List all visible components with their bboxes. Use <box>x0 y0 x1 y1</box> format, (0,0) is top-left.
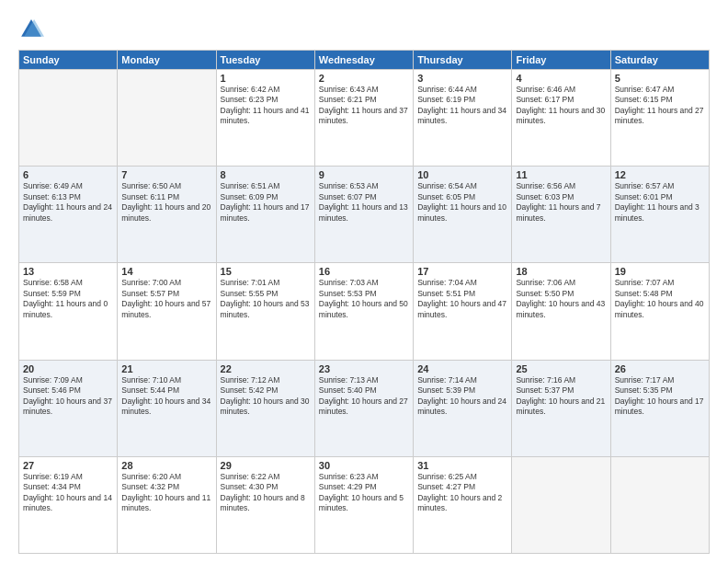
day-number: 14 <box>121 266 211 277</box>
day-number: 22 <box>221 363 311 374</box>
day-cell: 24Sunrise: 7:14 AM Sunset: 5:39 PM Dayli… <box>414 360 512 456</box>
day-number: 7 <box>121 169 211 180</box>
calendar-header-row: SundayMondayTuesdayWednesdayThursdayFrid… <box>19 51 710 70</box>
day-number: 21 <box>121 363 211 374</box>
day-cell: 12Sunrise: 6:57 AM Sunset: 6:01 PM Dayli… <box>610 167 709 263</box>
day-header-wednesday: Wednesday <box>314 51 413 70</box>
day-info: Sunrise: 7:13 AM Sunset: 5:40 PM Dayligh… <box>319 375 409 418</box>
day-info: Sunrise: 7:12 AM Sunset: 5:42 PM Dayligh… <box>221 375 311 418</box>
day-cell: 17Sunrise: 7:04 AM Sunset: 5:51 PM Dayli… <box>414 263 512 360</box>
day-info: Sunrise: 6:54 AM Sunset: 6:05 PM Dayligh… <box>417 181 507 224</box>
day-number: 15 <box>221 266 311 277</box>
day-info: Sunrise: 6:57 AM Sunset: 6:01 PM Dayligh… <box>615 181 705 224</box>
day-number: 6 <box>23 169 113 180</box>
day-info: Sunrise: 7:14 AM Sunset: 5:39 PM Dayligh… <box>417 375 507 418</box>
day-number: 3 <box>417 73 507 84</box>
day-cell: 19Sunrise: 7:07 AM Sunset: 5:48 PM Dayli… <box>610 263 709 360</box>
day-number: 17 <box>417 266 507 277</box>
day-number: 27 <box>23 460 113 471</box>
day-number: 28 <box>121 460 211 471</box>
day-cell: 3Sunrise: 6:44 AM Sunset: 6:19 PM Daylig… <box>414 70 512 167</box>
day-cell: 11Sunrise: 6:56 AM Sunset: 6:03 PM Dayli… <box>512 167 610 263</box>
day-number: 24 <box>417 363 507 374</box>
page: SundayMondayTuesdayWednesdayThursdayFrid… <box>0 0 728 563</box>
day-number: 4 <box>516 73 606 84</box>
header <box>18 17 710 42</box>
day-info: Sunrise: 6:53 AM Sunset: 6:07 PM Dayligh… <box>319 181 409 224</box>
day-info: Sunrise: 6:20 AM Sunset: 4:32 PM Dayligh… <box>121 472 211 514</box>
day-cell: 28Sunrise: 6:20 AM Sunset: 4:32 PM Dayli… <box>118 456 216 553</box>
day-number: 30 <box>319 460 409 471</box>
calendar-table: SundayMondayTuesdayWednesdayThursdayFrid… <box>18 50 710 554</box>
day-number: 8 <box>221 169 311 180</box>
day-number: 13 <box>23 266 113 277</box>
day-info: Sunrise: 6:58 AM Sunset: 5:59 PM Dayligh… <box>23 278 113 320</box>
day-info: Sunrise: 6:22 AM Sunset: 4:30 PM Dayligh… <box>221 472 311 514</box>
day-cell: 25Sunrise: 7:16 AM Sunset: 5:37 PM Dayli… <box>512 360 610 456</box>
day-cell <box>512 456 610 553</box>
day-info: Sunrise: 7:06 AM Sunset: 5:50 PM Dayligh… <box>516 278 606 320</box>
day-info: Sunrise: 6:44 AM Sunset: 6:19 PM Dayligh… <box>417 85 507 127</box>
day-cell: 14Sunrise: 7:00 AM Sunset: 5:57 PM Dayli… <box>118 263 216 360</box>
day-cell: 18Sunrise: 7:06 AM Sunset: 5:50 PM Dayli… <box>512 263 610 360</box>
day-number: 20 <box>23 363 113 374</box>
day-header-friday: Friday <box>512 51 610 70</box>
day-cell: 5Sunrise: 6:47 AM Sunset: 6:15 PM Daylig… <box>610 70 709 167</box>
day-cell: 10Sunrise: 6:54 AM Sunset: 6:05 PM Dayli… <box>414 167 512 263</box>
day-cell: 7Sunrise: 6:50 AM Sunset: 6:11 PM Daylig… <box>118 167 216 263</box>
day-number: 11 <box>516 169 606 180</box>
day-number: 12 <box>615 169 705 180</box>
day-info: Sunrise: 6:49 AM Sunset: 6:13 PM Dayligh… <box>23 181 113 224</box>
day-header-tuesday: Tuesday <box>216 51 314 70</box>
day-cell: 8Sunrise: 6:51 AM Sunset: 6:09 PM Daylig… <box>216 167 314 263</box>
day-info: Sunrise: 7:10 AM Sunset: 5:44 PM Dayligh… <box>121 375 211 418</box>
day-info: Sunrise: 7:00 AM Sunset: 5:57 PM Dayligh… <box>121 278 211 320</box>
day-cell: 27Sunrise: 6:19 AM Sunset: 4:34 PM Dayli… <box>19 456 118 553</box>
logo <box>18 17 48 42</box>
day-number: 10 <box>417 169 507 180</box>
logo-icon <box>18 17 44 42</box>
week-row-3: 13Sunrise: 6:58 AM Sunset: 5:59 PM Dayli… <box>19 263 710 360</box>
day-info: Sunrise: 7:01 AM Sunset: 5:55 PM Dayligh… <box>221 278 311 320</box>
day-header-thursday: Thursday <box>414 51 512 70</box>
day-cell: 1Sunrise: 6:42 AM Sunset: 6:23 PM Daylig… <box>216 70 314 167</box>
day-cell: 20Sunrise: 7:09 AM Sunset: 5:46 PM Dayli… <box>19 360 118 456</box>
day-cell <box>610 456 709 553</box>
day-number: 25 <box>516 363 606 374</box>
day-cell: 2Sunrise: 6:43 AM Sunset: 6:21 PM Daylig… <box>314 70 413 167</box>
day-info: Sunrise: 6:51 AM Sunset: 6:09 PM Dayligh… <box>221 181 311 224</box>
day-info: Sunrise: 7:03 AM Sunset: 5:53 PM Dayligh… <box>319 278 409 320</box>
day-number: 18 <box>516 266 606 277</box>
day-cell: 30Sunrise: 6:23 AM Sunset: 4:29 PM Dayli… <box>314 456 413 553</box>
week-row-1: 1Sunrise: 6:42 AM Sunset: 6:23 PM Daylig… <box>19 70 710 167</box>
week-row-4: 20Sunrise: 7:09 AM Sunset: 5:46 PM Dayli… <box>19 360 710 456</box>
day-cell: 26Sunrise: 7:17 AM Sunset: 5:35 PM Dayli… <box>610 360 709 456</box>
day-number: 29 <box>221 460 311 471</box>
day-info: Sunrise: 6:19 AM Sunset: 4:34 PM Dayligh… <box>23 472 113 514</box>
day-info: Sunrise: 7:07 AM Sunset: 5:48 PM Dayligh… <box>615 278 705 320</box>
day-cell: 22Sunrise: 7:12 AM Sunset: 5:42 PM Dayli… <box>216 360 314 456</box>
day-number: 19 <box>615 266 705 277</box>
day-cell <box>118 70 216 167</box>
day-header-sunday: Sunday <box>19 51 118 70</box>
day-cell: 6Sunrise: 6:49 AM Sunset: 6:13 PM Daylig… <box>19 167 118 263</box>
day-info: Sunrise: 6:42 AM Sunset: 6:23 PM Dayligh… <box>221 85 311 127</box>
day-cell: 21Sunrise: 7:10 AM Sunset: 5:44 PM Dayli… <box>118 360 216 456</box>
day-cell <box>19 70 118 167</box>
day-info: Sunrise: 7:17 AM Sunset: 5:35 PM Dayligh… <box>615 375 705 418</box>
day-number: 5 <box>615 73 705 84</box>
day-number: 26 <box>615 363 705 374</box>
day-header-monday: Monday <box>118 51 216 70</box>
day-info: Sunrise: 6:50 AM Sunset: 6:11 PM Dayligh… <box>121 181 211 224</box>
day-cell: 13Sunrise: 6:58 AM Sunset: 5:59 PM Dayli… <box>19 263 118 360</box>
day-info: Sunrise: 6:23 AM Sunset: 4:29 PM Dayligh… <box>319 472 409 514</box>
day-number: 1 <box>221 73 311 84</box>
day-cell: 15Sunrise: 7:01 AM Sunset: 5:55 PM Dayli… <box>216 263 314 360</box>
day-cell: 23Sunrise: 7:13 AM Sunset: 5:40 PM Dayli… <box>314 360 413 456</box>
week-row-2: 6Sunrise: 6:49 AM Sunset: 6:13 PM Daylig… <box>19 167 710 263</box>
day-header-saturday: Saturday <box>610 51 709 70</box>
day-cell: 9Sunrise: 6:53 AM Sunset: 6:07 PM Daylig… <box>314 167 413 263</box>
day-cell: 31Sunrise: 6:25 AM Sunset: 4:27 PM Dayli… <box>414 456 512 553</box>
day-number: 9 <box>319 169 409 180</box>
day-info: Sunrise: 6:46 AM Sunset: 6:17 PM Dayligh… <box>516 85 606 127</box>
